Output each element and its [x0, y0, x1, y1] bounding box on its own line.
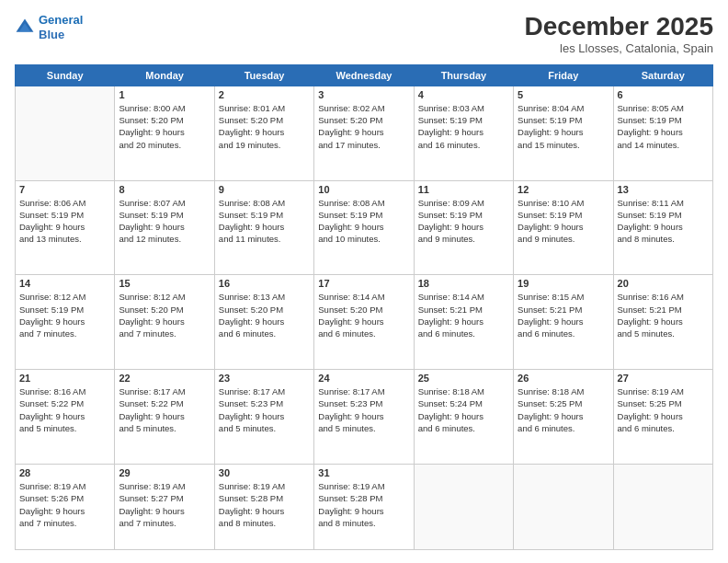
month-title: December 2025: [525, 13, 713, 41]
day-cell: 4Sunrise: 8:03 AM Sunset: 5:19 PM Daylig…: [414, 86, 513, 180]
day-cell: 23Sunrise: 8:17 AM Sunset: 5:23 PM Dayli…: [214, 370, 313, 465]
day-number: 6: [618, 89, 709, 100]
page: General Blue December 2025 les Llosses, …: [0, 0, 728, 563]
day-info: Sunrise: 8:08 AM Sunset: 5:19 PM Dayligh…: [219, 197, 310, 246]
day-info: Sunrise: 8:00 AM Sunset: 5:20 PM Dayligh…: [119, 102, 210, 151]
day-cell: 1Sunrise: 8:00 AM Sunset: 5:20 PM Daylig…: [115, 86, 214, 180]
day-number: 15: [119, 278, 210, 289]
day-number: 18: [418, 278, 509, 289]
day-cell: 25Sunrise: 8:18 AM Sunset: 5:24 PM Dayli…: [414, 370, 513, 465]
day-cell: 14Sunrise: 8:12 AM Sunset: 5:19 PM Dayli…: [16, 275, 115, 370]
day-number: 19: [518, 278, 609, 289]
day-cell: 6Sunrise: 8:05 AM Sunset: 5:19 PM Daylig…: [613, 86, 712, 180]
day-number: 1: [119, 89, 210, 100]
day-info: Sunrise: 8:19 AM Sunset: 5:28 PM Dayligh…: [219, 480, 310, 529]
calendar: SundayMondayTuesdayWednesdayThursdayFrid…: [15, 64, 713, 550]
week-row-0: 1Sunrise: 8:00 AM Sunset: 5:20 PM Daylig…: [16, 86, 713, 180]
day-cell: 17Sunrise: 8:14 AM Sunset: 5:20 PM Dayli…: [314, 275, 414, 370]
day-info: Sunrise: 8:19 AM Sunset: 5:25 PM Dayligh…: [618, 385, 709, 434]
day-number: 7: [19, 184, 110, 195]
day-cell: 7Sunrise: 8:06 AM Sunset: 5:19 PM Daylig…: [16, 180, 115, 275]
day-cell: [16, 86, 115, 180]
day-number: 27: [618, 373, 709, 384]
day-cell: 8Sunrise: 8:07 AM Sunset: 5:19 PM Daylig…: [115, 180, 214, 275]
day-info: Sunrise: 8:05 AM Sunset: 5:19 PM Dayligh…: [618, 102, 709, 151]
day-info: Sunrise: 8:11 AM Sunset: 5:19 PM Dayligh…: [618, 197, 709, 246]
day-cell: 5Sunrise: 8:04 AM Sunset: 5:19 PM Daylig…: [514, 86, 613, 180]
day-info: Sunrise: 8:09 AM Sunset: 5:19 PM Dayligh…: [418, 197, 509, 246]
day-cell: 24Sunrise: 8:17 AM Sunset: 5:23 PM Dayli…: [314, 370, 414, 465]
day-number: 31: [318, 467, 409, 478]
day-info: Sunrise: 8:19 AM Sunset: 5:26 PM Dayligh…: [19, 480, 110, 529]
day-info: Sunrise: 8:14 AM Sunset: 5:20 PM Dayligh…: [318, 291, 409, 339]
day-info: Sunrise: 8:04 AM Sunset: 5:19 PM Dayligh…: [518, 102, 609, 151]
day-info: Sunrise: 8:03 AM Sunset: 5:19 PM Dayligh…: [418, 102, 509, 151]
day-number: 26: [518, 373, 609, 384]
day-number: 22: [119, 373, 210, 384]
day-cell: 15Sunrise: 8:12 AM Sunset: 5:20 PM Dayli…: [115, 275, 214, 370]
day-cell: 22Sunrise: 8:17 AM Sunset: 5:22 PM Dayli…: [115, 370, 214, 465]
day-info: Sunrise: 8:16 AM Sunset: 5:22 PM Dayligh…: [19, 385, 110, 434]
day-number: 5: [518, 89, 609, 100]
weekday-header-wednesday: Wednesday: [314, 64, 414, 86]
day-number: 24: [318, 373, 409, 384]
header: General Blue December 2025 les Llosses, …: [15, 13, 713, 55]
day-cell: 18Sunrise: 8:14 AM Sunset: 5:21 PM Dayli…: [414, 275, 513, 370]
day-cell: 21Sunrise: 8:16 AM Sunset: 5:22 PM Dayli…: [16, 370, 115, 465]
day-cell: 16Sunrise: 8:13 AM Sunset: 5:20 PM Dayli…: [214, 275, 313, 370]
title-block: December 2025 les Llosses, Catalonia, Sp…: [525, 13, 713, 55]
day-info: Sunrise: 8:17 AM Sunset: 5:23 PM Dayligh…: [318, 385, 409, 434]
day-number: 29: [119, 467, 210, 478]
day-info: Sunrise: 8:19 AM Sunset: 5:28 PM Dayligh…: [318, 480, 409, 529]
day-number: 10: [318, 184, 409, 195]
logo-line2: Blue: [39, 28, 64, 41]
day-info: Sunrise: 8:15 AM Sunset: 5:21 PM Dayligh…: [518, 291, 609, 339]
week-row-2: 14Sunrise: 8:12 AM Sunset: 5:19 PM Dayli…: [16, 275, 713, 370]
day-number: 12: [518, 184, 609, 195]
weekday-header-friday: Friday: [514, 64, 613, 86]
day-number: 17: [318, 278, 409, 289]
weekday-header-sunday: Sunday: [16, 64, 115, 86]
day-info: Sunrise: 8:14 AM Sunset: 5:21 PM Dayligh…: [418, 291, 509, 339]
day-number: 4: [418, 89, 509, 100]
day-cell: 29Sunrise: 8:19 AM Sunset: 5:27 PM Dayli…: [115, 464, 214, 549]
day-info: Sunrise: 8:08 AM Sunset: 5:19 PM Dayligh…: [318, 197, 409, 246]
day-info: Sunrise: 8:17 AM Sunset: 5:23 PM Dayligh…: [219, 385, 310, 434]
day-info: Sunrise: 8:07 AM Sunset: 5:19 PM Dayligh…: [119, 197, 210, 246]
day-info: Sunrise: 8:16 AM Sunset: 5:21 PM Dayligh…: [618, 291, 709, 339]
day-cell: 10Sunrise: 8:08 AM Sunset: 5:19 PM Dayli…: [314, 180, 414, 275]
logo-icon: [15, 17, 35, 38]
day-number: 9: [219, 184, 310, 195]
day-number: 11: [418, 184, 509, 195]
logo: General Blue: [15, 13, 83, 41]
day-info: Sunrise: 8:12 AM Sunset: 5:19 PM Dayligh…: [19, 291, 110, 339]
weekday-header-tuesday: Tuesday: [214, 64, 313, 86]
day-info: Sunrise: 8:19 AM Sunset: 5:27 PM Dayligh…: [119, 480, 210, 529]
week-row-4: 28Sunrise: 8:19 AM Sunset: 5:26 PM Dayli…: [16, 464, 713, 549]
day-number: 20: [618, 278, 709, 289]
day-info: Sunrise: 8:17 AM Sunset: 5:22 PM Dayligh…: [119, 385, 210, 434]
day-cell: [613, 464, 712, 549]
location: les Llosses, Catalonia, Spain: [525, 41, 713, 55]
day-number: 8: [119, 184, 210, 195]
weekday-header-row: SundayMondayTuesdayWednesdayThursdayFrid…: [16, 64, 713, 86]
day-info: Sunrise: 8:10 AM Sunset: 5:19 PM Dayligh…: [518, 197, 609, 246]
day-number: 23: [219, 373, 310, 384]
day-cell: 11Sunrise: 8:09 AM Sunset: 5:19 PM Dayli…: [414, 180, 513, 275]
day-cell: 2Sunrise: 8:01 AM Sunset: 5:20 PM Daylig…: [214, 86, 313, 180]
weekday-header-monday: Monday: [115, 64, 214, 86]
day-number: 30: [219, 467, 310, 478]
day-cell: 27Sunrise: 8:19 AM Sunset: 5:25 PM Dayli…: [613, 370, 712, 465]
weekday-header-saturday: Saturday: [613, 64, 712, 86]
day-cell: 30Sunrise: 8:19 AM Sunset: 5:28 PM Dayli…: [214, 464, 313, 549]
day-cell: 19Sunrise: 8:15 AM Sunset: 5:21 PM Dayli…: [514, 275, 613, 370]
day-cell: [514, 464, 613, 549]
day-number: 3: [318, 89, 409, 100]
day-number: 14: [19, 278, 110, 289]
logo-text: General Blue: [39, 13, 83, 41]
day-number: 2: [219, 89, 310, 100]
day-cell: [414, 464, 513, 549]
day-number: 16: [219, 278, 310, 289]
week-row-3: 21Sunrise: 8:16 AM Sunset: 5:22 PM Dayli…: [16, 370, 713, 465]
day-cell: 3Sunrise: 8:02 AM Sunset: 5:20 PM Daylig…: [314, 86, 414, 180]
